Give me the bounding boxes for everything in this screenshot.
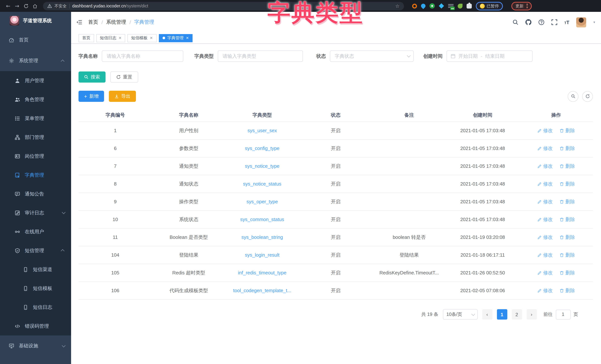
- search-icon[interactable]: [512, 19, 518, 25]
- browser-menu-icon[interactable]: [527, 4, 528, 8]
- dict-type-link[interactable]: sys_notice_type: [245, 163, 279, 169]
- browser-back-icon[interactable]: ←: [4, 3, 13, 9]
- sidebar-item-roles[interactable]: 角色管理: [0, 90, 71, 109]
- tab-close-icon[interactable]: ✕: [119, 36, 122, 40]
- sidebar-item-departments[interactable]: 部门管理: [0, 128, 71, 147]
- dict-type-link[interactable]: sys_notice_status: [243, 181, 281, 187]
- recorder-paused-badge[interactable]: 已暂停: [476, 2, 503, 10]
- dict-name-input[interactable]: [102, 50, 183, 62]
- edit-button[interactable]: 修改: [537, 252, 553, 258]
- address-bar[interactable]: 不安全 dashboard.yudao.iocoder.cn/system/di…: [43, 2, 404, 10]
- sidebar-item-sms-log[interactable]: 短信日志: [0, 298, 71, 317]
- sidebar-item-audit-log[interactable]: 审计日志: [0, 203, 71, 222]
- search-button[interactable]: 搜索: [79, 71, 106, 82]
- delete-button[interactable]: 删除: [559, 252, 575, 258]
- sidebar-item-sms[interactable]: 短信管理: [0, 241, 71, 260]
- dict-type-link[interactable]: sys_login_result: [245, 252, 279, 258]
- sidebar-fold-icon[interactable]: [76, 19, 82, 25]
- fullscreen-icon[interactable]: [551, 19, 557, 25]
- sidebar-item-sms-channel[interactable]: 短信渠道: [0, 260, 71, 279]
- breadcrumb-home[interactable]: 首页: [88, 19, 98, 26]
- edit-button[interactable]: 修改: [537, 269, 553, 276]
- delete-button[interactable]: 删除: [559, 287, 575, 294]
- bookmark-star-icon[interactable]: ☆: [395, 3, 400, 9]
- github-icon[interactable]: [525, 19, 531, 25]
- delete-button[interactable]: 删除: [559, 269, 575, 276]
- cell-status: 开启: [299, 127, 372, 134]
- edit-button[interactable]: 修改: [537, 198, 553, 205]
- delete-button[interactable]: 删除: [559, 163, 575, 169]
- export-button[interactable]: 导出: [109, 91, 136, 102]
- extension-switch-icon[interactable]: on: [448, 3, 454, 9]
- extension-donut-icon[interactable]: [412, 3, 417, 8]
- font-size-icon[interactable]: TT: [564, 20, 569, 25]
- page-button-1[interactable]: 1: [497, 309, 507, 320]
- browser-home-icon[interactable]: [30, 3, 39, 8]
- tab-close-icon[interactable]: ✕: [186, 36, 189, 40]
- toggle-search-button[interactable]: [568, 91, 578, 102]
- page-size-select[interactable]: 10条/页: [443, 309, 478, 320]
- edit-button[interactable]: 修改: [537, 127, 553, 134]
- sidebar-item-posts[interactable]: 岗位管理: [0, 147, 71, 165]
- delete-button[interactable]: 删除: [559, 234, 575, 241]
- edit-button[interactable]: 修改: [537, 145, 553, 152]
- app-logo[interactable]: 芋道管理系统: [0, 12, 71, 30]
- dict-type-link[interactable]: sys_common_status: [240, 217, 284, 222]
- sidebar-item-label: 菜单管理: [25, 115, 44, 122]
- dict-type-link[interactable]: inf_redis_timeout_type: [238, 270, 286, 275]
- avatar-caret-icon[interactable]: ▾: [593, 20, 595, 24]
- browser-forward-icon[interactable]: →: [13, 3, 21, 9]
- edit-button[interactable]: 修改: [537, 287, 553, 294]
- sidebar-item-error-code[interactable]: 错误码管理: [0, 317, 71, 335]
- sidebar-item-online-users[interactable]: 在线用户: [0, 222, 71, 241]
- delete-button[interactable]: 删除: [559, 127, 575, 134]
- tab-sms-template[interactable]: 短信模板✕: [128, 34, 157, 42]
- goto-page-input[interactable]: [556, 309, 571, 319]
- sidebar-item-dict[interactable]: 字典管理: [0, 165, 71, 184]
- breadcrumb-system[interactable]: 系统管理: [106, 19, 126, 26]
- refresh-table-button[interactable]: [582, 91, 593, 102]
- reset-button[interactable]: 重置: [110, 71, 138, 82]
- extension-green-circle-icon[interactable]: [430, 3, 435, 9]
- status-select[interactable]: 字典状态: [330, 50, 414, 62]
- help-icon[interactable]: [538, 19, 544, 25]
- delete-button[interactable]: 删除: [559, 198, 575, 205]
- dict-type-link[interactable]: sys_user_sex: [248, 128, 277, 133]
- dict-type-input[interactable]: [218, 50, 303, 62]
- delete-button[interactable]: 删除: [559, 145, 575, 152]
- dict-type-link[interactable]: sys_config_type: [245, 145, 279, 151]
- tab-home[interactable]: 首页: [79, 34, 94, 42]
- sidebar-item-home[interactable]: 首页: [0, 30, 71, 50]
- dict-type-link[interactable]: sys_oper_type: [247, 199, 278, 204]
- extension-diamond-icon[interactable]: [439, 3, 444, 9]
- sidebar-item-infrastructure[interactable]: 基础设施: [0, 335, 71, 356]
- edit-button[interactable]: 修改: [537, 234, 553, 241]
- sidebar-item-sms-template[interactable]: 短信模板: [0, 279, 71, 298]
- dict-type-link[interactable]: tool_codegen_template_t...: [233, 288, 291, 293]
- date-range-picker[interactable]: 开始日期 - 结束日期: [447, 50, 532, 62]
- prev-page-button[interactable]: ‹: [482, 309, 492, 320]
- sidebar-item-menus[interactable]: 菜单管理: [0, 109, 71, 128]
- sidebar-item-users[interactable]: 用户管理: [0, 71, 71, 90]
- extension-drop-icon[interactable]: [420, 3, 426, 9]
- sidebar-item-system[interactable]: 系统管理: [0, 50, 71, 71]
- dict-type-link[interactable]: sys_boolean_string: [241, 234, 283, 240]
- sidebar-item-notice[interactable]: 通知公告: [0, 184, 71, 203]
- extension-leaf-icon[interactable]: [458, 3, 462, 8]
- edit-button[interactable]: 修改: [537, 181, 553, 187]
- next-page-button[interactable]: ›: [526, 309, 537, 320]
- add-button[interactable]: + 新增: [79, 91, 104, 102]
- delete-button[interactable]: 删除: [559, 216, 575, 223]
- extensions-puzzle-icon[interactable]: [467, 3, 472, 8]
- delete-button[interactable]: 删除: [559, 181, 575, 187]
- tab-close-icon[interactable]: ✕: [150, 36, 153, 40]
- user-avatar[interactable]: [576, 17, 586, 27]
- browser-update-button[interactable]: 更新: [511, 2, 531, 10]
- browser-reload-icon[interactable]: [21, 3, 30, 8]
- sidebar-item-label: 短信模板: [33, 285, 52, 292]
- edit-button[interactable]: 修改: [537, 163, 553, 169]
- tab-dict-active[interactable]: 字典管理✕: [159, 34, 193, 42]
- edit-button[interactable]: 修改: [537, 216, 553, 223]
- page-button-2[interactable]: 2: [511, 309, 522, 320]
- tab-sms-log[interactable]: 短信日志✕: [96, 34, 125, 42]
